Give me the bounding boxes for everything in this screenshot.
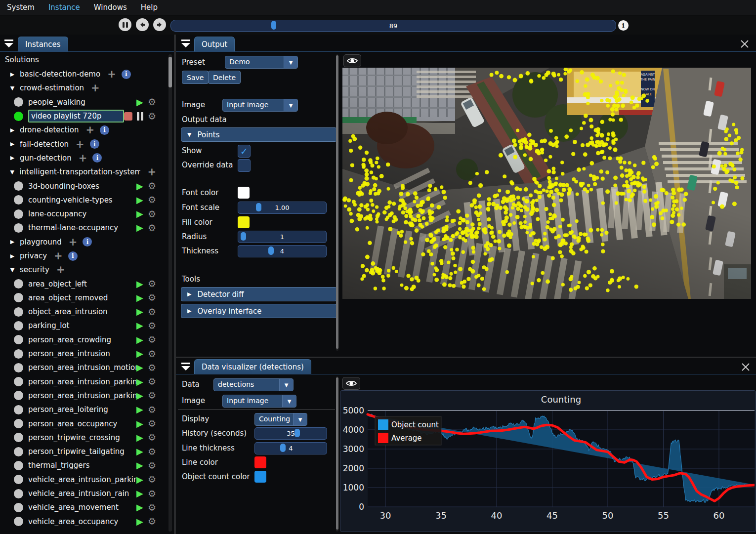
gear-icon[interactable]: ⚙ bbox=[148, 475, 156, 484]
tab-instances[interactable]: Instances bbox=[18, 37, 68, 51]
font-scale-slider[interactable]: 1.00 bbox=[238, 202, 327, 214]
gear-icon[interactable]: ⚙ bbox=[148, 181, 156, 191]
tree-row[interactable]: person_area_crowding▶⚙ bbox=[0, 333, 168, 347]
tree-row[interactable]: ▼security+ bbox=[0, 263, 168, 277]
display-dropdown[interactable]: Counting ▼ bbox=[254, 413, 307, 426]
gear-icon[interactable]: ⚙ bbox=[148, 321, 156, 330]
play-icon[interactable]: ▶ bbox=[136, 321, 143, 330]
gear-icon[interactable]: ⚙ bbox=[148, 447, 156, 456]
play-icon[interactable]: ▶ bbox=[136, 98, 143, 107]
info-icon[interactable]: i bbox=[68, 251, 78, 261]
gear-icon[interactable]: ⚙ bbox=[148, 279, 156, 288]
chevron-right-icon[interactable]: ▶ bbox=[9, 253, 16, 259]
tree-row[interactable]: person_area_intrusion_parking▶⚙ bbox=[0, 375, 168, 389]
line-thickness-slider[interactable]: 4 bbox=[254, 442, 327, 454]
info-icon[interactable]: i bbox=[90, 139, 99, 149]
tree-row[interactable]: ▼crowd-estimation+ bbox=[0, 81, 168, 95]
instances-scrollbar[interactable] bbox=[168, 54, 172, 532]
visualizer-scrollbar-thumb[interactable] bbox=[336, 377, 338, 530]
history-handle[interactable] bbox=[294, 429, 300, 437]
tree-row[interactable]: ▶fall-detection+i bbox=[0, 137, 168, 151]
object-count-color-swatch[interactable] bbox=[254, 471, 266, 483]
tree-row[interactable]: vehicle_area_intrusion_parking▶⚙ bbox=[0, 473, 168, 487]
gear-icon[interactable]: ⚙ bbox=[148, 391, 156, 400]
tree-row[interactable]: ▶gun-detection+i bbox=[0, 151, 168, 165]
gear-icon[interactable]: ⚙ bbox=[148, 503, 156, 512]
gear-icon[interactable]: ⚙ bbox=[148, 405, 156, 414]
font-color-swatch[interactable] bbox=[238, 187, 250, 199]
gear-icon[interactable]: ⚙ bbox=[148, 377, 156, 386]
tree-row[interactable]: vehicle_area_intrusion_rain▶⚙ bbox=[0, 487, 168, 500]
play-icon[interactable]: ▶ bbox=[136, 391, 143, 400]
chevron-right-icon[interactable]: ▶ bbox=[9, 155, 16, 161]
tree-row[interactable]: thermal-lane-occupancy▶⚙ bbox=[0, 221, 168, 235]
gear-icon[interactable]: ⚙ bbox=[148, 517, 156, 526]
chart-visibility-button[interactable] bbox=[342, 377, 360, 390]
add-instance-icon[interactable]: + bbox=[79, 154, 87, 163]
gear-icon[interactable]: ⚙ bbox=[148, 433, 156, 442]
add-instance-icon[interactable]: + bbox=[76, 140, 84, 149]
fill-color-swatch[interactable] bbox=[238, 216, 250, 228]
menu-item-instance[interactable]: Instance bbox=[42, 0, 87, 15]
gear-icon[interactable]: ⚙ bbox=[148, 112, 156, 121]
tree-row[interactable]: area_object_left▶⚙ bbox=[0, 277, 168, 290]
play-icon[interactable]: ▶ bbox=[136, 196, 143, 205]
gear-icon[interactable]: ⚙ bbox=[148, 363, 156, 372]
add-instance-icon[interactable]: + bbox=[107, 70, 116, 79]
chevron-down-icon[interactable]: ▼ bbox=[9, 85, 16, 91]
step-forward-button[interactable] bbox=[153, 18, 166, 31]
tree-row[interactable]: object_area_intrusion▶⚙ bbox=[0, 305, 168, 319]
add-instance-icon[interactable]: + bbox=[86, 125, 95, 134]
play-icon[interactable]: ▶ bbox=[136, 335, 143, 344]
play-icon[interactable]: ▶ bbox=[136, 293, 143, 302]
chevron-right-icon[interactable]: ▶ bbox=[9, 239, 16, 245]
chevron-right-icon[interactable]: ▶ bbox=[9, 71, 16, 78]
chevron-down-icon[interactable]: ▼ bbox=[9, 169, 15, 175]
preset-dropdown[interactable]: Demo ▼ bbox=[225, 56, 298, 69]
gear-icon[interactable]: ⚙ bbox=[148, 419, 156, 428]
menu-item-help[interactable]: Help bbox=[134, 0, 165, 15]
chevron-down-icon[interactable]: ▼ bbox=[9, 267, 16, 273]
viz-image-dropdown[interactable]: Input image ▼ bbox=[222, 395, 296, 408]
instances-scrollbar-thumb[interactable] bbox=[168, 57, 172, 87]
play-icon[interactable]: ▶ bbox=[136, 182, 143, 191]
play-icon[interactable]: ▶ bbox=[136, 419, 143, 428]
add-instance-icon[interactable]: + bbox=[56, 265, 65, 274]
play-icon[interactable]: ▶ bbox=[136, 517, 143, 526]
play-icon[interactable]: ▶ bbox=[136, 503, 143, 512]
play-icon[interactable]: ▶ bbox=[136, 349, 143, 358]
output-scrollbar-thumb[interactable] bbox=[336, 55, 338, 349]
info-button[interactable]: i bbox=[618, 20, 629, 31]
points-section-header[interactable]: ▼ Points bbox=[181, 127, 337, 142]
play-icon[interactable]: ▶ bbox=[136, 447, 143, 456]
font-scale-handle[interactable] bbox=[256, 203, 261, 211]
play-icon[interactable]: ▶ bbox=[136, 475, 143, 484]
tab-data-visualizer[interactable]: Data visualizer (detections) bbox=[194, 359, 311, 374]
image-dropdown[interactable]: Input image ▼ bbox=[222, 99, 298, 112]
play-icon[interactable]: ▶ bbox=[136, 377, 143, 386]
play-icon[interactable]: ▶ bbox=[136, 433, 143, 442]
tree-row[interactable]: person_area_occupancy▶⚙ bbox=[0, 416, 168, 430]
thickness-handle[interactable] bbox=[268, 246, 274, 255]
line-color-swatch[interactable] bbox=[254, 456, 266, 468]
info-icon[interactable]: i bbox=[122, 70, 131, 79]
tree-row[interactable]: thermal_triggers▶⚙ bbox=[0, 458, 168, 472]
tree-row[interactable]: lane-occupancy▶⚙ bbox=[0, 207, 168, 221]
gear-icon[interactable]: ⚙ bbox=[148, 195, 156, 205]
add-instance-icon[interactable]: + bbox=[69, 238, 78, 246]
stop-icon[interactable] bbox=[124, 112, 132, 121]
gear-icon[interactable]: ⚙ bbox=[148, 335, 156, 344]
radius-handle[interactable] bbox=[241, 232, 246, 241]
tree-row[interactable]: person_area_intrusion_parking▶⚙ bbox=[0, 389, 168, 403]
show-checkbox[interactable]: ✓ bbox=[238, 145, 251, 158]
tree-row[interactable]: ▶playground+i bbox=[0, 235, 168, 249]
add-instance-icon[interactable]: + bbox=[91, 83, 100, 92]
gear-icon[interactable]: ⚙ bbox=[148, 349, 156, 359]
tree-row[interactable]: person_area_loitering▶⚙ bbox=[0, 403, 168, 416]
gear-icon[interactable]: ⚙ bbox=[148, 489, 156, 498]
tree-row[interactable]: person_tripwire_tailgating▶⚙ bbox=[0, 445, 168, 458]
gear-icon[interactable]: ⚙ bbox=[148, 223, 156, 233]
data-dropdown[interactable]: detections ▼ bbox=[213, 378, 294, 391]
info-icon[interactable]: i bbox=[92, 153, 102, 163]
add-instance-icon[interactable]: + bbox=[147, 167, 156, 176]
